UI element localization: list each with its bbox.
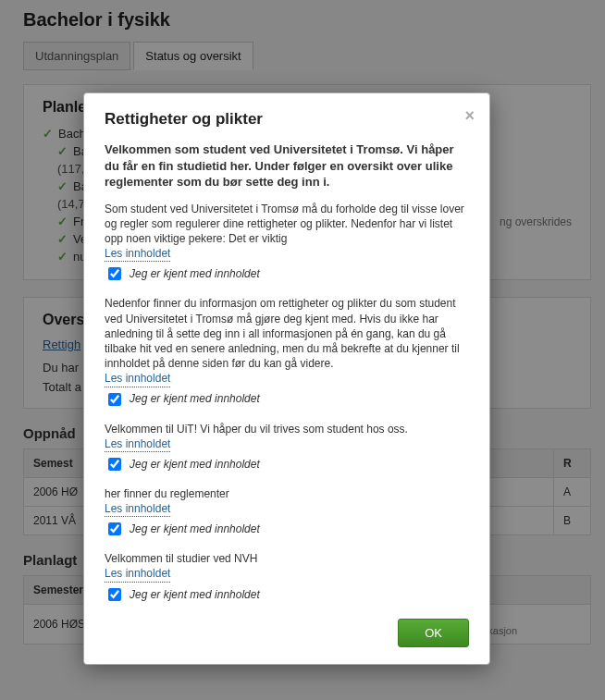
close-icon[interactable]: × [464,106,475,126]
modal-section-text: Som student ved Universitetet i Tromsø m… [105,202,469,247]
read-link[interactable]: Les innholdet [105,436,170,452]
ok-button[interactable]: OK [398,619,469,647]
ack-checkbox[interactable] [108,393,121,406]
modal-section: Velkommen til studier ved NVH Les innhol… [105,551,469,603]
read-link[interactable]: Les innholdet [105,371,170,387]
ack-checkbox[interactable] [108,522,121,535]
read-link[interactable]: Les innholdet [105,501,170,517]
ack-label: Jeg er kjent med innholdet [130,266,260,281]
ack-label: Jeg er kjent med innholdet [130,391,260,406]
modal-section: Nedenfor finner du informasjon om rettig… [105,296,469,408]
modal-section: Som student ved Universitetet i Tromsø m… [105,202,469,284]
ack-label: Jeg er kjent med innholdet [130,587,260,602]
modal-title: Rettigheter og plikter [105,110,469,129]
ack-checkbox[interactable] [108,458,121,471]
rettigheter-modal: × Rettigheter og plikter Velkommen som s… [83,92,490,665]
ack-label: Jeg er kjent med innholdet [130,457,260,472]
modal-section-text: Velkommen til studier ved NVH [105,551,469,566]
modal-section-text: Nedenfor finner du informasjon om rettig… [105,296,469,371]
ack-label: Jeg er kjent med innholdet [130,522,260,536]
modal-intro: Velkommen som student ved Universitetet … [105,141,469,190]
modal-section-text: her finner du reglementer [105,486,469,501]
modal-section: her finner du reglementer Les innholdet … [105,486,469,538]
read-link[interactable]: Les innholdet [105,246,170,262]
modal-section: Velkommen til UiT! Vi håper du vil trive… [105,422,469,473]
ack-checkbox[interactable] [108,588,121,601]
ack-checkbox[interactable] [108,267,121,280]
read-link[interactable]: Les innholdet [105,566,170,582]
modal-section-text: Velkommen til UiT! Vi håper du vil trive… [105,422,469,436]
